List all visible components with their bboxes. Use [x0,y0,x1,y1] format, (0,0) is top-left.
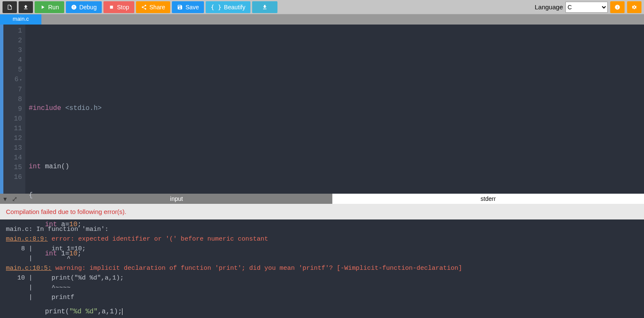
file-tab[interactable]: main.c [0,14,41,25]
settings-button[interactable] [627,1,641,13]
sidebar-strip [0,25,3,194]
upload-button[interactable] [19,1,33,13]
save-icon [177,4,183,10]
share-label: Share [149,4,165,11]
download-icon [262,4,268,10]
upload-icon [23,4,29,10]
run-label: Run [48,4,59,11]
expand-icon[interactable]: ⤢ [12,195,17,203]
language-select[interactable]: C [565,2,608,13]
new-file-button[interactable] [3,1,17,13]
line-gutter: 123456▾78910111213141516 [3,25,25,194]
stop-button[interactable]: Stop [103,1,134,13]
debug-button[interactable]: Debug [66,1,102,13]
tabbar: main.c [0,14,644,25]
toolbar: Run Debug Stop Share Save { } Beautify L… [0,0,644,14]
info-icon [614,4,620,10]
cursor [122,308,122,315]
braces-icon: { } [211,4,221,11]
download-button[interactable] [252,1,277,13]
save-button[interactable]: Save [172,1,204,13]
editor[interactable]: 123456▾78910111213141516 #include <stdio… [0,25,644,194]
play-icon [40,4,46,10]
gear-icon [631,4,637,10]
code-area[interactable]: #include <stdio.h> int main() { int a=10… [25,25,644,194]
chevron-down-icon[interactable]: ▾ [3,195,7,203]
run-button[interactable]: Run [35,1,64,13]
beautify-label: Beautify [224,4,245,11]
debug-icon [71,4,77,10]
new-file-icon [7,4,13,10]
language-label: Language [535,3,563,11]
stop-icon [109,4,114,10]
beautify-button[interactable]: { } Beautify [206,1,250,13]
stop-label: Stop [117,4,129,11]
share-button[interactable]: Share [136,1,170,13]
info-button[interactable] [610,1,625,13]
share-icon [141,4,147,10]
debug-label: Debug [79,4,97,11]
save-label: Save [185,4,199,11]
